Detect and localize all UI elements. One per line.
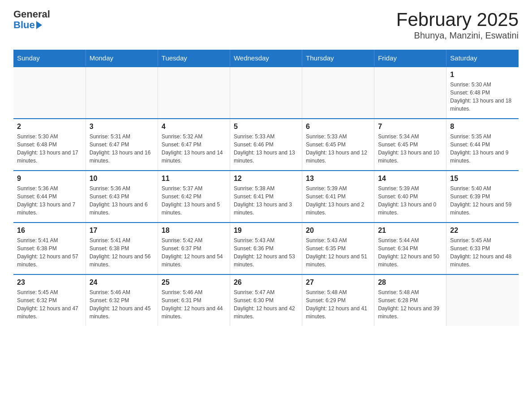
calendar-day-cell xyxy=(302,67,374,119)
calendar-week-row: 16Sunrise: 5:41 AMSunset: 6:38 PMDayligh… xyxy=(13,223,519,274)
calendar-day-cell: 9Sunrise: 5:36 AMSunset: 6:44 PMDaylight… xyxy=(13,171,86,223)
day-of-week-header: Thursday xyxy=(302,50,374,67)
day-info: Sunrise: 5:42 AMSunset: 6:37 PMDaylight:… xyxy=(162,236,226,269)
day-info: Sunrise: 5:37 AMSunset: 6:42 PMDaylight:… xyxy=(162,184,226,217)
calendar-day-cell xyxy=(374,67,446,119)
day-info: Sunrise: 5:45 AMSunset: 6:33 PMDaylight:… xyxy=(450,236,515,269)
calendar-header-row: SundayMondayTuesdayWednesdayThursdayFrid… xyxy=(13,50,519,67)
calendar-day-cell: 14Sunrise: 5:39 AMSunset: 6:40 PMDayligh… xyxy=(374,171,446,223)
day-of-week-header: Friday xyxy=(374,50,446,67)
day-number: 6 xyxy=(306,123,370,131)
day-info: Sunrise: 5:30 AMSunset: 6:48 PMDaylight:… xyxy=(450,81,515,113)
day-number: 24 xyxy=(90,278,154,287)
calendar-day-cell: 8Sunrise: 5:35 AMSunset: 6:44 PMDaylight… xyxy=(446,119,519,171)
day-number: 19 xyxy=(234,227,298,235)
day-number: 18 xyxy=(162,227,226,235)
day-of-week-header: Monday xyxy=(86,50,158,67)
calendar-day-cell: 17Sunrise: 5:41 AMSunset: 6:38 PMDayligh… xyxy=(86,223,158,274)
calendar-day-cell: 15Sunrise: 5:40 AMSunset: 6:39 PMDayligh… xyxy=(446,171,519,223)
day-number: 15 xyxy=(450,175,515,183)
day-info: Sunrise: 5:30 AMSunset: 6:48 PMDaylight:… xyxy=(17,133,82,165)
day-number: 26 xyxy=(234,278,298,287)
day-number: 11 xyxy=(162,175,226,183)
day-info: Sunrise: 5:36 AMSunset: 6:43 PMDaylight:… xyxy=(90,184,154,217)
calendar-title: February 2025 xyxy=(396,9,519,30)
calendar-week-row: 1Sunrise: 5:30 AMSunset: 6:48 PMDaylight… xyxy=(13,67,519,119)
day-number: 3 xyxy=(90,123,154,131)
day-number: 1 xyxy=(450,71,515,79)
day-number: 21 xyxy=(378,227,442,235)
calendar-day-cell: 6Sunrise: 5:33 AMSunset: 6:45 PMDaylight… xyxy=(302,119,374,171)
logo-general: General xyxy=(13,9,50,20)
day-info: Sunrise: 5:40 AMSunset: 6:39 PMDaylight:… xyxy=(450,184,515,217)
day-of-week-header: Saturday xyxy=(446,50,519,67)
day-info: Sunrise: 5:44 AMSunset: 6:34 PMDaylight:… xyxy=(378,236,442,269)
calendar-day-cell xyxy=(158,67,230,119)
day-info: Sunrise: 5:36 AMSunset: 6:44 PMDaylight:… xyxy=(17,184,82,217)
calendar-day-cell: 7Sunrise: 5:34 AMSunset: 6:45 PMDaylight… xyxy=(374,119,446,171)
day-number: 16 xyxy=(17,227,82,235)
calendar-day-cell xyxy=(230,67,302,119)
day-number: 10 xyxy=(90,175,154,183)
day-info: Sunrise: 5:31 AMSunset: 6:47 PMDaylight:… xyxy=(90,133,154,165)
calendar-week-row: 9Sunrise: 5:36 AMSunset: 6:44 PMDaylight… xyxy=(13,171,519,223)
calendar-table: SundayMondayTuesdayWednesdayThursdayFrid… xyxy=(13,50,519,326)
day-info: Sunrise: 5:43 AMSunset: 6:35 PMDaylight:… xyxy=(306,236,370,269)
day-info: Sunrise: 5:35 AMSunset: 6:44 PMDaylight:… xyxy=(450,133,515,165)
calendar-subtitle: Bhunya, Manzini, Eswatini xyxy=(396,30,519,41)
day-info: Sunrise: 5:46 AMSunset: 6:32 PMDaylight:… xyxy=(90,288,154,321)
calendar-day-cell: 18Sunrise: 5:42 AMSunset: 6:37 PMDayligh… xyxy=(158,223,230,274)
day-of-week-header: Tuesday xyxy=(158,50,230,67)
day-info: Sunrise: 5:46 AMSunset: 6:31 PMDaylight:… xyxy=(162,288,226,321)
day-info: Sunrise: 5:33 AMSunset: 6:46 PMDaylight:… xyxy=(234,133,298,165)
calendar-day-cell: 3Sunrise: 5:31 AMSunset: 6:47 PMDaylight… xyxy=(86,119,158,171)
day-info: Sunrise: 5:48 AMSunset: 6:28 PMDaylight:… xyxy=(378,288,442,321)
calendar-day-cell: 21Sunrise: 5:44 AMSunset: 6:34 PMDayligh… xyxy=(374,223,446,274)
day-info: Sunrise: 5:41 AMSunset: 6:38 PMDaylight:… xyxy=(90,236,154,269)
day-number: 9 xyxy=(17,175,82,183)
calendar-day-cell: 1Sunrise: 5:30 AMSunset: 6:48 PMDaylight… xyxy=(446,67,519,119)
day-number: 23 xyxy=(17,278,82,287)
day-info: Sunrise: 5:47 AMSunset: 6:30 PMDaylight:… xyxy=(234,288,298,321)
day-number: 2 xyxy=(17,123,82,131)
day-info: Sunrise: 5:48 AMSunset: 6:29 PMDaylight:… xyxy=(306,288,370,321)
day-number: 25 xyxy=(162,278,226,287)
calendar-day-cell xyxy=(86,67,158,119)
calendar-day-cell: 4Sunrise: 5:32 AMSunset: 6:47 PMDaylight… xyxy=(158,119,230,171)
calendar-day-cell: 16Sunrise: 5:41 AMSunset: 6:38 PMDayligh… xyxy=(13,223,86,274)
day-info: Sunrise: 5:38 AMSunset: 6:41 PMDaylight:… xyxy=(234,184,298,217)
calendar-day-cell: 23Sunrise: 5:45 AMSunset: 6:32 PMDayligh… xyxy=(13,274,86,326)
day-info: Sunrise: 5:43 AMSunset: 6:36 PMDaylight:… xyxy=(234,236,298,269)
day-number: 5 xyxy=(234,123,298,131)
day-number: 28 xyxy=(378,278,442,287)
calendar-day-cell: 27Sunrise: 5:48 AMSunset: 6:29 PMDayligh… xyxy=(302,274,374,326)
day-number: 14 xyxy=(378,175,442,183)
day-info: Sunrise: 5:41 AMSunset: 6:38 PMDaylight:… xyxy=(17,236,82,269)
calendar-day-cell: 28Sunrise: 5:48 AMSunset: 6:28 PMDayligh… xyxy=(374,274,446,326)
day-of-week-header: Wednesday xyxy=(230,50,302,67)
calendar-day-cell: 10Sunrise: 5:36 AMSunset: 6:43 PMDayligh… xyxy=(86,171,158,223)
day-number: 22 xyxy=(450,227,515,235)
calendar-day-cell: 12Sunrise: 5:38 AMSunset: 6:41 PMDayligh… xyxy=(230,171,302,223)
calendar-day-cell: 11Sunrise: 5:37 AMSunset: 6:42 PMDayligh… xyxy=(158,171,230,223)
calendar-day-cell: 13Sunrise: 5:39 AMSunset: 6:41 PMDayligh… xyxy=(302,171,374,223)
calendar-day-cell: 19Sunrise: 5:43 AMSunset: 6:36 PMDayligh… xyxy=(230,223,302,274)
day-info: Sunrise: 5:33 AMSunset: 6:45 PMDaylight:… xyxy=(306,133,370,165)
day-number: 4 xyxy=(162,123,226,131)
logo-blue: Blue xyxy=(13,20,50,30)
day-of-week-header: Sunday xyxy=(13,50,86,67)
calendar-day-cell: 2Sunrise: 5:30 AMSunset: 6:48 PMDaylight… xyxy=(13,119,86,171)
day-info: Sunrise: 5:34 AMSunset: 6:45 PMDaylight:… xyxy=(378,133,442,165)
logo: General Blue xyxy=(13,9,50,30)
page-header: General Blue February 2025 Bhunya, Manzi… xyxy=(13,9,519,41)
title-block: February 2025 Bhunya, Manzini, Eswatini xyxy=(396,9,519,41)
calendar-week-row: 2Sunrise: 5:30 AMSunset: 6:48 PMDaylight… xyxy=(13,119,519,171)
day-number: 17 xyxy=(90,227,154,235)
calendar-day-cell: 20Sunrise: 5:43 AMSunset: 6:35 PMDayligh… xyxy=(302,223,374,274)
day-info: Sunrise: 5:39 AMSunset: 6:40 PMDaylight:… xyxy=(378,184,442,217)
day-info: Sunrise: 5:39 AMSunset: 6:41 PMDaylight:… xyxy=(306,184,370,217)
day-info: Sunrise: 5:32 AMSunset: 6:47 PMDaylight:… xyxy=(162,133,226,165)
calendar-week-row: 23Sunrise: 5:45 AMSunset: 6:32 PMDayligh… xyxy=(13,274,519,326)
day-info: Sunrise: 5:45 AMSunset: 6:32 PMDaylight:… xyxy=(17,288,82,321)
day-number: 12 xyxy=(234,175,298,183)
